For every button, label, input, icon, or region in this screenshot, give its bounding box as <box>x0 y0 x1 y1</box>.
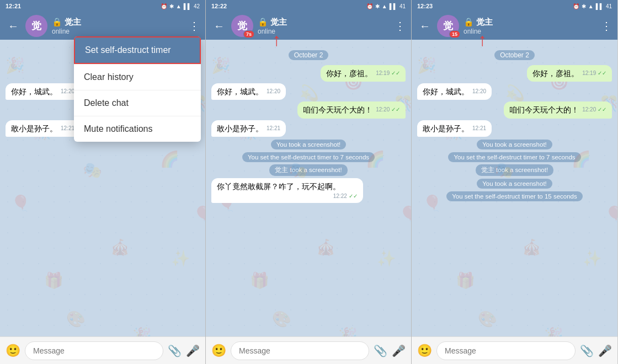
avatar-wrap: 觉 <box>25 15 47 37</box>
msg-text: 你好，彦祖。 <box>326 69 372 78</box>
emoji-button[interactable]: 🙂 <box>417 344 432 358</box>
signal-icon: ▌▌ <box>184 3 191 9</box>
attach-button[interactable]: 📎 <box>168 344 182 357</box>
msg-time: 12:21 <box>61 125 74 132</box>
msg-text: 敢小是孙子。 <box>217 124 263 133</box>
chat-messages: 🎉🎊🎈🎁🌟💫🎭🎪🎨🎯🌈✨🎉🎊🎈🎁October 2你好，彦祖。12:19 ✓✓你… <box>412 40 617 336</box>
back-button[interactable]: ← <box>417 18 433 35</box>
bubble-in: 敢小是孙子。12:21 <box>417 120 492 137</box>
msg-time: 12:20 <box>61 88 74 95</box>
msg-text: 咱们今天玩个大的！ <box>303 105 372 114</box>
bluetooth-icon: ✱ <box>169 3 174 9</box>
msg-text: 你好，彦祖。 <box>532 69 579 78</box>
msg-time: 12:20 <box>267 88 280 95</box>
menu-item-2[interactable]: Mute notifications <box>74 116 201 142</box>
input-bar: 🙂 📎 🎤 <box>412 336 617 364</box>
avatar-wrap: 觉 15 <box>437 15 459 37</box>
message-row: 你好，城武。12:20 <box>211 83 406 100</box>
contact-status: online <box>52 28 184 35</box>
date-separator: October 2 <box>211 50 406 60</box>
wifi-icon: ▲ <box>382 3 387 9</box>
wifi-icon: ▲ <box>588 3 594 9</box>
sys-text: 觉主 took a screenshot! <box>476 164 553 176</box>
back-button[interactable]: ← <box>211 18 227 35</box>
status-time: 12:22 <box>211 3 227 9</box>
more-options-button[interactable]: ⋮ <box>395 19 406 33</box>
red-arrow-indicator: ↓ <box>272 32 281 52</box>
read-check: ✓✓ <box>598 70 606 76</box>
contact-name: 🔒 觉主 <box>464 17 596 28</box>
battery-icon: 42 <box>194 3 200 9</box>
message-row: 咱们今天玩个大的！12:20 ✓✓ <box>211 101 406 118</box>
mic-button[interactable]: 🎤 <box>392 344 406 357</box>
read-check: ✓✓ <box>349 193 358 199</box>
msg-text: 你丫竟然敢截屏？咋了，玩不起啊。 <box>217 182 340 191</box>
system-message: You took a screenshot! <box>223 139 394 149</box>
system-message: You set the self-destruct timer to 7 sec… <box>223 152 394 162</box>
msg-time: 12:21 <box>472 125 486 132</box>
bubble-out: 咱们今天玩个大的！12:20 ✓✓ <box>297 101 406 118</box>
msg-time: 12:21 <box>267 125 280 132</box>
bubble-out: 你好，彦祖。12:19 ✓✓ <box>527 65 612 82</box>
panel-3: 12:23 ⏰ ✱ ▲ ▌▌ 41 ← 觉 15 🔒 觉主 online ⋮ 🎉… <box>412 0 617 364</box>
system-message: You took a screenshot! <box>429 178 600 189</box>
message-input[interactable] <box>436 341 576 360</box>
date-label: October 2 <box>494 50 535 60</box>
msg-text: 敢小是孙子。 <box>11 124 57 133</box>
msg-text: 敢小是孙子。 <box>423 124 469 133</box>
more-options-button[interactable]: ⋮ <box>189 19 200 33</box>
status-icons: ⏰ ✱ ▲ ▌▌ 41 <box>366 3 406 9</box>
sys-text: You set the self-destruct timer to 7 sec… <box>242 152 375 162</box>
lock-icon: 🔒 <box>52 17 62 27</box>
bluetooth-icon: ✱ <box>582 3 586 9</box>
sys-text: You took a screenshot! <box>477 140 552 149</box>
system-message: 觉主 took a screenshot! <box>429 164 600 176</box>
emoji-button[interactable]: 🙂 <box>211 344 226 358</box>
chat-messages: 🎉🎊🎈🎁🌟💫🎭🎪🎨🎯🌈✨🎉🎊🎈🎁October 2你好，彦祖。12:19 ✓✓你… <box>206 40 411 336</box>
system-message: You set the self-destruct timer to 7 sec… <box>429 152 600 162</box>
chat-header: ← 觉 🔒 觉主 online ⋮ <box>0 12 205 40</box>
system-message: You took a screenshot! <box>429 139 600 149</box>
message-input[interactable] <box>25 341 163 360</box>
attach-button[interactable]: 📎 <box>374 344 387 357</box>
sys-text: 觉主 took a screenshot! <box>269 164 347 176</box>
alarm-icon: ⏰ <box>366 3 373 9</box>
menu-item-1[interactable]: Delete chat <box>74 90 201 116</box>
avatar[interactable]: 觉 <box>25 15 47 37</box>
panel-2: 12:22 ⏰ ✱ ▲ ▌▌ 41 ← 觉 7s 🔒 觉主 online ⋮ 🎉… <box>206 0 412 364</box>
msg-time: 12:22 ✓✓ <box>333 192 358 200</box>
attach-button[interactable]: 📎 <box>580 344 594 357</box>
msg-time: 12:19 ✓✓ <box>376 69 400 77</box>
msg-time: 12:19 ✓✓ <box>582 69 606 77</box>
bubble-out: 你好，彦祖。12:19 ✓✓ <box>321 65 406 82</box>
bubble-out: 咱们今天玩个大的！12:20 ✓✓ <box>504 101 612 118</box>
bubble-in: 敢小是孙子。12:21 <box>6 120 80 137</box>
emoji-button[interactable]: 🙂 <box>6 344 20 358</box>
menu-item-0[interactable]: Clear history <box>74 64 201 90</box>
mic-button[interactable]: 🎤 <box>598 344 612 357</box>
sys-text: You took a screenshot! <box>271 140 347 149</box>
alarm-icon: ⏰ <box>573 3 579 9</box>
red-arrow-indicator: ↓ <box>478 32 487 52</box>
back-button[interactable]: ← <box>6 18 21 35</box>
status-bar: 12:23 ⏰ ✱ ▲ ▌▌ 41 <box>412 0 617 12</box>
message-row: 咱们今天玩个大的！12:20 ✓✓ <box>417 101 612 118</box>
contact-name: 🔒 觉主 <box>258 17 390 28</box>
panel-1: 12:21 ⏰ ✱ ▲ ▌▌ 42 ← 觉 🔒 觉主 online ⋮ 🎉🎊🎈🎁… <box>0 0 206 364</box>
sys-text: You set the self-destruct timer to 7 sec… <box>448 152 580 162</box>
message-row: 你好，彦祖。12:19 ✓✓ <box>211 65 406 82</box>
status-bar: 12:21 ⏰ ✱ ▲ ▌▌ 42 <box>0 0 205 12</box>
message-input[interactable] <box>231 341 369 360</box>
input-bar: 🙂 📎 🎤 <box>206 336 411 364</box>
bluetooth-icon: ✱ <box>375 3 380 9</box>
contact-name: 🔒 觉主 <box>52 17 184 28</box>
bubble-in: 你好，城武。12:20 <box>211 83 286 100</box>
lock-icon: 🔒 <box>464 17 474 27</box>
bubble-in: 敢小是孙子。12:21 <box>211 120 286 137</box>
more-options-button[interactable]: ⋮ <box>601 19 612 33</box>
alarm-icon: ⏰ <box>161 3 167 9</box>
signal-icon: ▌▌ <box>596 3 604 9</box>
menu-item-self-destruct[interactable]: Set self-destruct timer <box>74 36 201 64</box>
mic-button[interactable]: 🎤 <box>186 344 200 357</box>
header-info: 🔒 觉主 online <box>52 17 184 35</box>
